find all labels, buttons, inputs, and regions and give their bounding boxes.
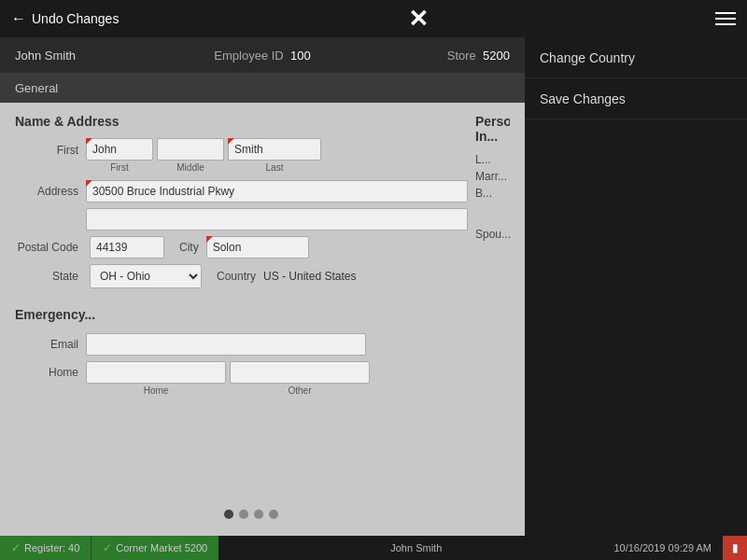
personal-info-title: Personal In... — [475, 114, 510, 144]
undo-changes-label: Undo Changes — [32, 11, 119, 26]
save-changes-button[interactable]: Save Changes — [525, 78, 747, 119]
postal-code-label: Postal Code — [15, 241, 82, 254]
country-label: Country — [209, 270, 256, 283]
red-icon: ▮ — [732, 541, 739, 554]
topbar: ← Undo Changes ✕ — [0, 0, 747, 37]
pi-marr-row: Marr... — [475, 170, 510, 183]
register-check-icon: ✓ — [11, 541, 21, 554]
email-input[interactable] — [86, 333, 366, 356]
right-panel: Change Country Save Changes — [525, 37, 747, 560]
red-indicator: ▮ — [723, 536, 747, 560]
last-name-input[interactable] — [228, 138, 321, 161]
email-label: Email — [15, 338, 82, 351]
pi-b-row: B... — [475, 187, 510, 200]
user-status: John Smith — [218, 542, 613, 553]
left-panel: John Smith Employee ID 100 Store 5200 Ge… — [0, 37, 525, 560]
form-area: Name & Address First — [0, 103, 525, 560]
store-status: ✓ Corner Market 5200 — [91, 536, 218, 560]
statusbar: ✓ Register: 40 ✓ Corner Market 5200 John… — [0, 536, 747, 560]
pi-spou-label: Spou... — [475, 228, 510, 241]
first-name-input[interactable] — [86, 138, 153, 161]
middle-name-input[interactable] — [157, 138, 224, 161]
state-select[interactable]: OH - Ohio — [90, 264, 202, 288]
other-phone-input[interactable] — [230, 361, 370, 384]
undo-changes-button[interactable]: ← Undo Changes — [11, 10, 119, 27]
page-dot-3[interactable] — [254, 510, 263, 519]
page-dot-4[interactable] — [269, 510, 278, 519]
postal-code-input[interactable] — [90, 236, 164, 259]
first-label: First — [57, 144, 78, 157]
hamburger-menu-button[interactable] — [715, 12, 736, 25]
page-dot-1[interactable] — [224, 510, 233, 519]
employee-store: Store 5200 — [345, 49, 510, 63]
page-dots — [224, 500, 278, 528]
first-sublabel: First — [86, 162, 153, 173]
country-value: US - United States — [263, 270, 356, 283]
datetime-status: 10/16/2019 09:29 AM — [613, 542, 712, 553]
employee-id: Employee ID 100 — [180, 49, 345, 63]
emergency-title: Emergency... — [15, 307, 95, 322]
home-sublabel: Home — [86, 385, 226, 396]
last-sublabel: Last — [228, 162, 321, 173]
name-address-title: Name & Address — [15, 114, 468, 129]
register-status: ✓ Register: 40 — [0, 536, 91, 560]
address-label: Address — [15, 185, 82, 198]
emergency-section: Emergency... — [15, 307, 468, 328]
register-label: Register: 40 — [24, 542, 79, 553]
main-layout: John Smith Employee ID 100 Store 5200 Ge… — [0, 37, 747, 560]
city-label: City — [172, 241, 199, 254]
store-check-icon: ✓ — [103, 541, 112, 554]
address2-input[interactable] — [86, 208, 468, 231]
pi-b-label: B... — [475, 187, 492, 200]
change-country-button[interactable]: Change Country — [525, 37, 747, 78]
other-sublabel: Other — [230, 385, 370, 396]
store-label: Corner Market 5200 — [116, 542, 207, 553]
pi-l-row: L... — [475, 153, 510, 166]
pi-spou-row: Spou... — [475, 228, 510, 241]
section-label: General — [15, 81, 58, 95]
page-dot-2[interactable] — [239, 510, 248, 519]
pi-marr-label: Marr... — [475, 170, 507, 183]
employee-header: John Smith Employee ID 100 Store 5200 — [0, 37, 525, 73]
section-header: General — [0, 73, 525, 103]
pi-l-label: L... — [475, 153, 491, 166]
middle-sublabel: Middle — [157, 162, 224, 173]
home-phone-input[interactable] — [86, 361, 226, 384]
employee-name: John Smith — [15, 49, 180, 63]
app-logo: ✕ — [408, 5, 427, 34]
state-label: State — [15, 270, 82, 283]
back-arrow-icon: ← — [11, 10, 26, 27]
home-label: Home — [15, 366, 82, 379]
city-input[interactable] — [206, 236, 309, 259]
address-input[interactable] — [86, 180, 468, 203]
